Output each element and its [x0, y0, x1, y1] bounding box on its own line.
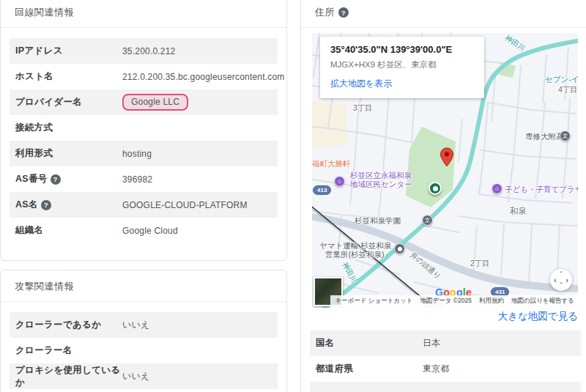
poi-label-community-center[interactable]: 地域区民センター	[350, 180, 412, 190]
table-row: プロバイダー名 Google LLC	[10, 89, 278, 115]
row-label: クローラー名	[15, 344, 122, 357]
attack-info-card-title: 攻撃関連情報	[15, 280, 74, 293]
pan-control[interactable]: ˆ ˇ ‹ ›	[550, 269, 572, 291]
area-label-izumi: 和泉	[510, 206, 527, 217]
row-label: プロキシを使用しているか	[15, 364, 122, 389]
table-row: クローラー名	[10, 338, 278, 363]
plus-code-text: MJGX+HX9 杉並区、東京都	[330, 59, 474, 70]
row-label: AS名	[15, 199, 38, 211]
row-label: 都道府県	[316, 363, 423, 375]
area-label-2chome: 2丁目	[470, 259, 490, 269]
terms-link[interactable]: 利用規約	[479, 297, 504, 306]
large-map-link[interactable]: 大きな地図で見る	[498, 311, 578, 322]
building-glyph: ⌂	[338, 178, 341, 185]
row-label: IPアドレス	[15, 45, 122, 57]
place-dot	[398, 247, 402, 251]
expand-map-link[interactable]: 拡大地図を表示	[330, 78, 392, 90]
row-value: hosting	[122, 149, 152, 159]
row-label: クローラーであるか	[15, 319, 122, 331]
map-data-text: 地図データ ©2025	[420, 297, 472, 306]
help-icon[interactable]: ?	[51, 174, 61, 185]
school-glyph: 文	[563, 133, 568, 140]
poi-label-izumi-gakuen[interactable]: 杉並和泉学園	[355, 216, 401, 226]
location-marker-pin[interactable]	[440, 147, 454, 171]
row-label: 国名	[316, 337, 423, 350]
table-row: 組織名 Google Cloud	[10, 218, 278, 243]
address-card-header: 住所 ?	[301, 0, 586, 28]
table-row: プロキシを使用しているか いいえ	[10, 363, 278, 389]
kodomo-plaza-icon[interactable]: ⌂	[492, 183, 502, 194]
row-value: 35.200.0.212	[122, 46, 175, 56]
poi-label-kodomo-plaza[interactable]: 子ども・子育てプラザ和泉	[505, 185, 578, 195]
line-info-rows: IPアドレス 35.200.0.212 ホスト名 212.0.200.35.bc…	[1, 28, 286, 254]
area-label-3chome: 3丁目	[353, 103, 373, 114]
poi-label-taishoken[interactable]: 福町大勝軒	[312, 159, 351, 169]
row-label: プロバイダー名	[15, 96, 122, 108]
pan-right-icon[interactable]: ›	[565, 276, 568, 284]
row-value: Google Cloud	[122, 226, 178, 236]
table-row: 接続方式	[10, 115, 278, 141]
poi-label-senshu-high[interactable]: 専修大附高	[525, 132, 564, 142]
table-row: 国名 日本	[310, 330, 581, 356]
help-icon[interactable]: ?	[41, 200, 51, 210]
line-info-card-title: 回線関連情報	[15, 6, 74, 19]
table-row: クローラーであるか いいえ	[10, 312, 278, 338]
pan-left-icon[interactable]: ‹	[554, 276, 557, 284]
row-value: 東京都	[423, 363, 450, 375]
route-badge-413: 413	[313, 185, 331, 195]
table-row: ホスト名 212.0.200.35.bc.googleusercontent.c…	[10, 64, 278, 89]
row-label: ホスト名	[15, 70, 122, 83]
school-glyph: 文	[425, 217, 431, 224]
row-value: 212.0.200.35.bc.googleusercontent.com	[122, 72, 285, 82]
provider-highlight-annotation: Google LLC	[122, 94, 188, 111]
row-value: いいえ	[122, 319, 149, 331]
page: 回線関連情報 IPアドレス 35.200.0.212 ホスト名 212.0.20…	[0, 0, 586, 392]
table-row: 都道府県 東京都	[310, 356, 581, 382]
pan-down-icon[interactable]: ˇ	[560, 282, 563, 289]
coordinates-text: 35°40'35.0"N 139°39'00.0"E	[330, 44, 474, 55]
line-info-card-header: 回線関連情報	[1, 0, 286, 28]
address-rows: 国名 日本 都道府県 東京都	[301, 326, 586, 392]
row-label: AS番号	[15, 173, 48, 185]
google-map-embed[interactable]: 神田川 神田川 セブン-イレブ 4丁目 3丁目 2丁目 和泉 福町大勝軒 井の頭…	[312, 33, 578, 308]
table-row: AS名 ? GOOGLE-CLOUD-PLATFORM	[10, 192, 278, 218]
attack-info-rows: クローラーであるか いいえ クローラー名 プロキシを使用しているか いいえ	[1, 302, 286, 392]
row-value: 日本	[423, 337, 440, 350]
building-glyph: ⌂	[495, 185, 499, 192]
table-row: 利用形式 hosting	[10, 141, 278, 166]
row-label: 利用形式	[15, 147, 122, 160]
row-value: GOOGLE-CLOUD-PLATFORM	[122, 200, 248, 210]
address-card-title: 住所	[315, 6, 335, 19]
red-pin-icon	[440, 147, 454, 168]
large-map-link-row: 大きな地図で見る	[312, 310, 578, 323]
attack-info-card-header: 攻撃関連情報	[1, 270, 286, 302]
row-label: 組織名	[15, 224, 122, 237]
map-info-window: 35°40'35.0"N 139°39'00.0"E MJGX+HX9 杉並区、…	[320, 37, 484, 98]
community-center-icon[interactable]: ⌂	[334, 176, 345, 187]
school-icon[interactable]: 文	[560, 130, 571, 141]
area-label-4chome: 4丁目	[558, 85, 578, 95]
park-marker[interactable]	[429, 182, 442, 195]
row-value: 396982	[122, 174, 152, 185]
row-label: 接続方式	[15, 122, 122, 134]
help-icon[interactable]: ?	[338, 7, 349, 18]
keyboard-shortcuts-link[interactable]: キーボード ショートカット	[335, 297, 412, 306]
row-value: いいえ	[122, 370, 149, 382]
yamato-office-icon[interactable]	[394, 243, 405, 254]
school-icon[interactable]: 文	[422, 215, 433, 226]
table-row: IPアドレス 35.200.0.212	[10, 38, 278, 64]
pan-up-icon[interactable]: ˆ	[560, 271, 563, 278]
map-attribution: キーボード ショートカット 地図データ ©2025 利用規約 地図の誤りを報告す…	[330, 295, 578, 308]
attack-info-card: 攻撃関連情報 クローラーであるか いいえ クローラー名 プロキシを使用しているか…	[0, 270, 287, 392]
address-card: 住所 ?	[300, 0, 586, 392]
park-marker-ring	[433, 186, 438, 191]
poi-label-yamato[interactable]: 営業所(杉並和泉)	[325, 250, 385, 260]
report-error-link[interactable]: 地図の誤りを報告する	[511, 297, 574, 306]
poi-label-seven-eleven[interactable]: セブン-イレブ	[545, 75, 578, 85]
line-info-card: 回線関連情報 IPアドレス 35.200.0.212 ホスト名 212.0.20…	[0, 0, 287, 261]
table-row	[310, 382, 581, 392]
table-row: AS番号 ? 396982	[10, 166, 278, 192]
